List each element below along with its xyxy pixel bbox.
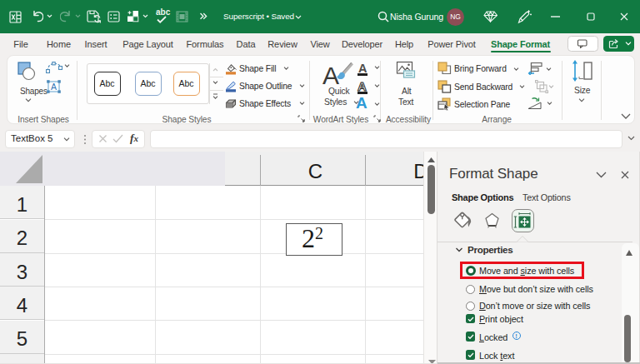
svg-text:A: A — [51, 82, 57, 92]
svg-text:A: A — [322, 62, 339, 88]
